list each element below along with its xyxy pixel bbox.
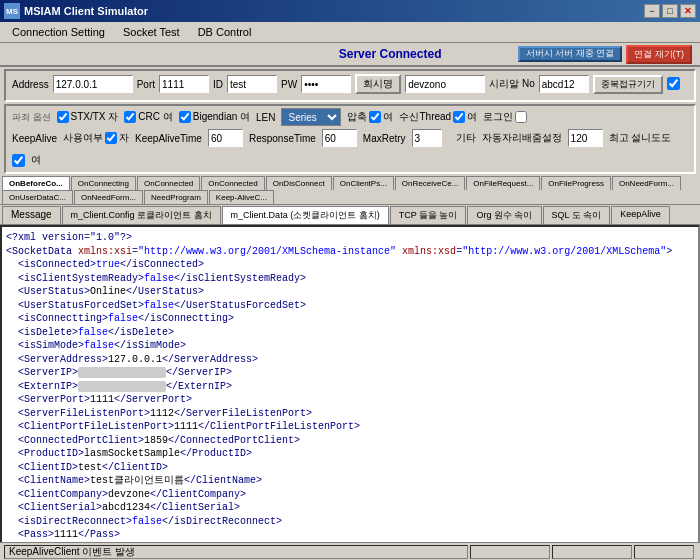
stx-checkbox[interactable]: [57, 111, 69, 123]
use-checkbox[interactable]: [105, 132, 117, 144]
response-time-label: ResponseTime: [249, 133, 316, 144]
crc-label: CRC 여: [138, 110, 172, 124]
server-status-bar: Server Connected 서버시 서버 재중 연결 연결 재기(T): [0, 43, 700, 67]
close-button[interactable]: ✕: [680, 4, 696, 18]
maximize-button[interactable]: □: [662, 4, 678, 18]
status-seg4: [634, 545, 694, 559]
toolbar-tabs: OnBeforeCo... OnConnecting OnConnected O…: [0, 174, 700, 205]
tab-onuserdatac[interactable]: OnUserDataC...: [2, 190, 73, 204]
address-input[interactable]: [53, 75, 133, 93]
use-wrap: 사용여부 자: [63, 131, 129, 145]
extra-check[interactable]: [667, 77, 680, 90]
pw-label: PW: [281, 79, 297, 90]
best-label: 최고 설니도도: [609, 131, 672, 145]
tab-onneedform2[interactable]: OnNeedForm...: [74, 190, 143, 204]
log-wrap: 로그인: [483, 110, 529, 124]
receive-thread-wrap: 수신Thread 여: [399, 110, 477, 124]
crc-checkbox[interactable]: [124, 111, 136, 123]
bigendian-checkbox[interactable]: [179, 111, 191, 123]
reconnect-button[interactable]: 서버시 서버 재중 연결: [518, 46, 623, 62]
pw-input[interactable]: [301, 75, 351, 93]
serial-input[interactable]: [539, 75, 589, 93]
status-message: KeepAliveClient 이벤트 발생: [4, 545, 468, 559]
series-dropdown[interactable]: Series: [281, 108, 341, 126]
tab-onconnected1[interactable]: OnConnected: [137, 176, 200, 190]
status-seg3: [552, 545, 632, 559]
window-title: MSIAM Client Simulator: [24, 5, 148, 17]
receive-thread-label: 수신Thread: [399, 110, 451, 124]
menu-socket-test[interactable]: Socket Test: [115, 24, 188, 40]
compress-checkbox-wrap: 압축 여: [347, 110, 393, 124]
keepalive-time-input[interactable]: [208, 129, 243, 147]
tab-onfileprogress[interactable]: OnFileProgress: [541, 176, 611, 190]
keepalive-label: KeepAlive: [12, 133, 57, 144]
menu-connection-setting[interactable]: Connection Setting: [4, 24, 113, 40]
status-bar: KeepAliveClient 이벤트 발생: [0, 542, 700, 560]
extra-title: 기타: [456, 131, 476, 145]
connection-section: Address Port ID PW 회시명 시리알 No 중복접규기기: [4, 69, 696, 102]
serial-label: 시리알 No: [489, 77, 535, 91]
minimize-button[interactable]: −: [644, 4, 660, 18]
tab-keepalive[interactable]: KeepAlive: [611, 206, 670, 224]
tab-keepalivec[interactable]: Keep-AliveC...: [209, 190, 274, 204]
menu-bar: Connection Setting Socket Test DB Contro…: [0, 22, 700, 43]
content-tabs: Message m_Client.Config 로클라이언트 홈치 m_Clie…: [0, 205, 700, 225]
bigendian-checkbox-wrap: Bigendian 여: [179, 110, 250, 124]
tab-message[interactable]: Message: [2, 206, 61, 224]
duplicate-button[interactable]: 중복접규기기: [593, 75, 663, 94]
auto-input[interactable]: [568, 129, 603, 147]
server-status-label: Server Connected: [263, 47, 518, 61]
options-section: 파죄 옵션 STX/TX 자 CRC 여 Bigendian 여 LEN Ser…: [4, 104, 696, 174]
maxretry-label: MaxRetry: [363, 133, 406, 144]
tab-onreceivece[interactable]: OnReceiveCe...: [395, 176, 465, 190]
stx-label: STX/TX 자: [71, 110, 119, 124]
auto-label: 자동자리배줌설정: [482, 131, 562, 145]
tab-onbeforeco[interactable]: OnBeforeCo...: [2, 176, 70, 190]
port-input[interactable]: [159, 75, 209, 93]
compress-checkbox[interactable]: [369, 111, 381, 123]
compress-label: 압축: [347, 110, 367, 124]
id-input[interactable]: [227, 75, 277, 93]
tab-onfilerequest[interactable]: OnFileRequest...: [466, 176, 540, 190]
xml-view[interactable]: <?xml version="1.0"?> <SocketData xmlns:…: [0, 225, 700, 560]
stx-checkbox-wrap: STX/TX 자: [57, 110, 119, 124]
checkbox-extra: [667, 77, 680, 92]
tab-client-data[interactable]: m_Client.Data (소켓클라이언트 홈치): [222, 206, 389, 224]
address-label: Address: [12, 79, 49, 90]
best-checkbox[interactable]: [12, 154, 25, 167]
tab-sql[interactable]: SQL 도 속이: [543, 206, 611, 224]
log-label: 로그인: [483, 110, 513, 124]
tab-onconnecting[interactable]: OnConnecting: [71, 176, 136, 190]
tab-needprogram[interactable]: NeedProgram: [144, 190, 208, 204]
tab-tcp[interactable]: TCP 들을 높이: [390, 206, 467, 224]
company-input[interactable]: [405, 75, 485, 93]
status-seg2: [470, 545, 550, 559]
tab-onconnected2[interactable]: OnConnected: [201, 176, 264, 190]
tab-onclientps[interactable]: OnClientPs...: [333, 176, 394, 190]
tab-ondisconnect[interactable]: OnDisConnect: [266, 176, 332, 190]
port-label: Port: [137, 79, 155, 90]
receive-thread-checkbox[interactable]: [453, 111, 465, 123]
app-icon: MS: [4, 3, 20, 19]
options-title: 파죄 옵션: [12, 111, 51, 124]
response-time-input[interactable]: [322, 129, 357, 147]
connect-button[interactable]: 회시명: [355, 74, 401, 94]
keepalive-time-label: KeepAliveTime: [135, 133, 202, 144]
len-label: LEN: [256, 112, 275, 123]
title-bar: MS MSIAM Client Simulator − □ ✕: [0, 0, 700, 22]
window-frame: MS MSIAM Client Simulator − □ ✕ Connecti…: [0, 0, 700, 560]
bigendian-label: Bigendian 여: [193, 110, 250, 124]
tab-client-config[interactable]: m_Client.Config 로클라이언트 홈치: [62, 206, 221, 224]
id-label: ID: [213, 79, 223, 90]
crc-checkbox-wrap: CRC 여: [124, 110, 172, 124]
log-checkbox[interactable]: [515, 111, 527, 123]
tab-org[interactable]: Org 원수 속이: [467, 206, 541, 224]
menu-db-control[interactable]: DB Control: [190, 24, 260, 40]
maxretry-input[interactable]: [412, 129, 442, 147]
tab-onneedform1[interactable]: OnNeedForm...: [612, 176, 681, 190]
disconnect-button[interactable]: 연결 재기(T): [626, 45, 692, 64]
